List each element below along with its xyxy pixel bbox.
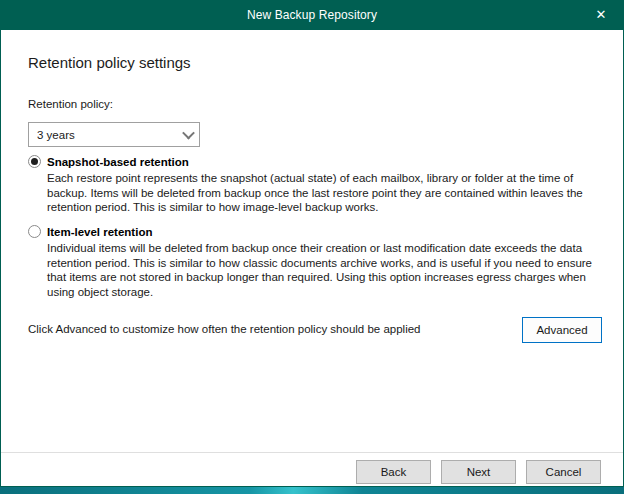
option-description-item-level: Individual items will be deleted from ba… (47, 241, 600, 299)
back-button[interactable]: Back (356, 460, 431, 484)
retention-policy-value: 3 years (37, 129, 177, 141)
retention-policy-label: Retention policy: (28, 98, 113, 110)
titlebar: New Backup Repository ✕ (0, 0, 624, 30)
chevron-down-icon (177, 123, 199, 146)
retention-policy-dropdown[interactable]: 3 years (28, 122, 200, 147)
option-label-item-level[interactable]: Item-level retention (47, 226, 152, 238)
window-title: New Backup Repository (247, 8, 377, 22)
option-description-snapshot-based: Each restore point represents the snapsh… (47, 171, 600, 215)
radio-item-level-retention[interactable] (28, 225, 41, 238)
close-icon: ✕ (596, 8, 607, 21)
option-item-level-retention: Item-level retention Individual items wi… (28, 225, 600, 299)
advanced-hint-text: Click Advanced to customize how often th… (28, 323, 421, 335)
option-snapshot-based-retention: Snapshot-based retention Each restore po… (28, 155, 600, 215)
option-label-snapshot-based[interactable]: Snapshot-based retention (47, 156, 189, 168)
next-button[interactable]: Next (441, 460, 516, 484)
footer-separator (1, 452, 623, 453)
radio-snapshot-based-retention[interactable] (28, 155, 41, 168)
background-window-strip (0, 487, 624, 494)
page-title: Retention policy settings (28, 54, 191, 71)
advanced-button[interactable]: Advanced (522, 317, 602, 343)
close-button[interactable]: ✕ (578, 0, 624, 29)
cancel-button[interactable]: Cancel (526, 460, 601, 484)
new-backup-repository-dialog: New Backup Repository ✕ Retention policy… (0, 0, 624, 494)
